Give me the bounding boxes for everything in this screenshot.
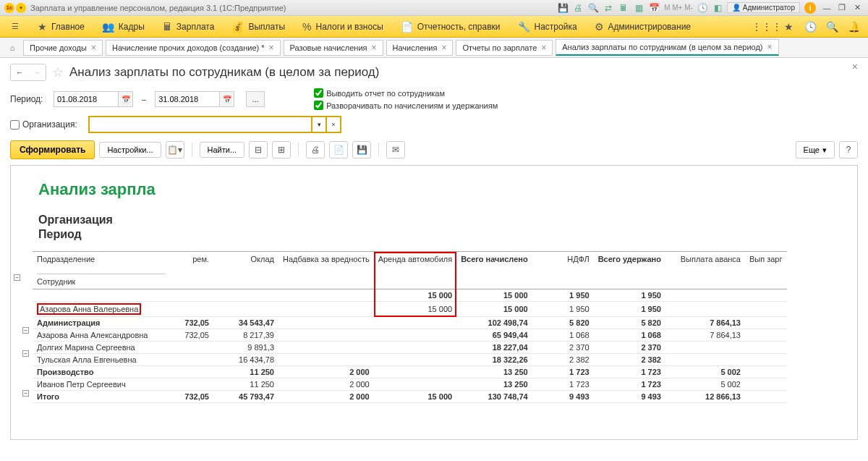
favorite-star-icon[interactable]: ☆ (52, 64, 64, 80)
minimize-button[interactable]: — (820, 3, 833, 13)
tab-accruals[interactable]: Начисления× (386, 40, 454, 56)
col-arenda: Аренда автомобиля (374, 252, 457, 289)
calc-icon[interactable]: 🖩 (617, 2, 630, 14)
table-row[interactable]: Производство11 2502 00013 2501 7231 7235… (33, 366, 787, 378)
org-clear-button[interactable]: × (327, 116, 341, 133)
menu-hr[interactable]: 👥Кадры (93, 18, 153, 35)
table-row[interactable]: Тульская Алла Евгеньевна16 434,7818 322,… (33, 354, 787, 366)
doc-icon: 📄 (401, 21, 413, 33)
close-icon[interactable]: × (767, 42, 773, 52)
menu-settings[interactable]: 🔧Настройка (509, 18, 586, 35)
search-icon[interactable]: 🔍 (823, 18, 841, 35)
tab-bar: ⌂ Прочие доходы× Начисление прочих доход… (0, 38, 868, 58)
history2-icon[interactable]: 🕓 (801, 18, 819, 35)
compare-icon[interactable]: ⇄ (602, 2, 615, 14)
close-icon[interactable]: × (269, 43, 274, 53)
variant-button[interactable]: 📋▾ (166, 141, 184, 158)
menu-main[interactable]: ★Главное (29, 18, 93, 35)
bell-icon[interactable]: 🔔 (845, 18, 862, 35)
save-button[interactable]: 💾 (352, 141, 371, 158)
chk-expand[interactable]: Разворачивать по начислениям и удержания… (314, 101, 498, 110)
tree-collapse-icon[interactable]: − (22, 390, 29, 397)
people-icon: 👥 (102, 21, 114, 33)
table-row[interactable]: Иванов Петр Сергеевич11 2502 00013 2501 … (33, 378, 787, 391)
app-menu-dropdown[interactable]: ▼ (16, 3, 26, 13)
menu-taxes[interactable]: %Налоги и взносы (294, 18, 392, 35)
wrench-icon: 🔧 (518, 21, 530, 33)
save-icon[interactable]: 💾 (556, 2, 569, 14)
user-badge[interactable]: 👤Администратор (727, 2, 800, 13)
date-to-input[interactable] (155, 91, 220, 107)
table-row[interactable]: Долгих Марина Сергеевна9 891,318 227,042… (33, 342, 787, 354)
calendar-icon[interactable]: 📅 (647, 2, 660, 14)
maximize-button[interactable]: ❐ (835, 3, 848, 13)
tree-collapse-icon[interactable]: − (22, 327, 29, 334)
tab-accrual-create[interactable]: Начисление прочих доходов (создание) *× (106, 40, 281, 56)
back-button[interactable]: ← (11, 64, 28, 80)
favorite-icon[interactable]: ★ (780, 18, 797, 35)
table-row[interactable]: Азарова Анна Александровна732,058 217,39… (33, 329, 787, 342)
col-avans: Выплата аванса (665, 252, 745, 289)
col-prem: рем. (170, 252, 213, 289)
tree-collapse-icon[interactable]: − (14, 274, 20, 281)
close-icon[interactable]: × (541, 43, 546, 53)
close-icon[interactable]: × (441, 43, 446, 53)
date-dash: – (142, 95, 146, 103)
table-row[interactable]: Администрация732,0534 543,47102 498,745 … (33, 317, 787, 329)
print-icon[interactable]: 🖨 (571, 2, 584, 14)
help-button[interactable]: ? (839, 141, 858, 158)
collapse-icon[interactable]: ⊟ (249, 141, 268, 158)
preview-icon[interactable]: 🔍 (587, 2, 600, 14)
home-tab-icon[interactable]: ⌂ (4, 41, 20, 55)
org-label[interactable]: Организация: (10, 119, 82, 130)
tab-onetime[interactable]: Разовые начисления× (284, 40, 383, 56)
table-icon[interactable]: ▦ (632, 2, 645, 14)
date-from-input[interactable] (54, 91, 119, 107)
apps-icon[interactable]: ⋮⋮⋮ (758, 18, 775, 35)
menu-reports[interactable]: 📄Отчетность, справки (392, 18, 509, 35)
date-to-picker-icon[interactable]: 📅 (220, 91, 234, 107)
col-ndfl: НДФЛ (532, 252, 594, 289)
report-org-label: Организация (38, 212, 848, 228)
close-icon[interactable]: × (91, 43, 96, 53)
toolbar: Сформировать Настройки... 📋▾ Найти... ⊟ … (10, 140, 858, 159)
col-oklad: Оклад (213, 252, 278, 289)
forward-button[interactable]: → (28, 64, 46, 80)
tab-salary-reports[interactable]: Отчеты по зарплате× (456, 40, 553, 56)
col-vypl: Вып зарг (745, 252, 787, 289)
preview-button[interactable]: 📄 (329, 141, 348, 158)
email-button[interactable]: ✉ (386, 141, 405, 158)
history-icon[interactable]: 🕓 (697, 2, 710, 14)
tab-salary-analysis[interactable]: Анализ зарплаты по сотрудникам (в целом … (556, 39, 778, 56)
close-content-button[interactable]: × (852, 61, 858, 72)
find-button[interactable]: Найти... (200, 142, 245, 158)
menu-payments[interactable]: 💰Выплаты (223, 18, 294, 35)
date-from-picker-icon[interactable]: 📅 (119, 91, 133, 107)
more-button[interactable]: Еще ▾ (796, 141, 835, 158)
report-title: Анализ зарпла (38, 180, 848, 199)
menu-salary[interactable]: 🖩Зарплата (153, 18, 224, 35)
period-select-button[interactable]: ... (246, 91, 265, 107)
zoom-label: M M+ M- (664, 4, 693, 12)
close-icon[interactable]: × (372, 43, 377, 53)
form-report-button[interactable]: Сформировать (10, 140, 95, 159)
expand-icon[interactable]: ⊞ (272, 141, 291, 158)
menu-admin[interactable]: ⚙Администрирование (586, 18, 699, 35)
info-icon[interactable]: i (804, 2, 816, 14)
table-row[interactable]: Азарова Анна Валерьевна15 00015 0001 950… (33, 302, 787, 317)
org-dropdown-button[interactable]: ▾ (312, 116, 327, 133)
report-frame[interactable]: − − − − Анализ зарпла Организация Период… (10, 165, 858, 440)
chk-by-employee[interactable]: Выводить отчет по сотрудникам (314, 88, 498, 98)
print-button[interactable]: 🖨 (306, 141, 325, 158)
close-window-button[interactable]: ✕ (851, 3, 864, 13)
settings-button[interactable]: Настройки... (99, 142, 161, 158)
page-title: Анализ зарплаты по сотрудникам (в целом … (69, 65, 379, 80)
org-input[interactable] (88, 116, 312, 133)
table-row[interactable]: 15 00015 0001 9501 950 (33, 289, 787, 302)
tree-collapse-icon[interactable]: − (22, 350, 29, 357)
panel-icon[interactable]: ◧ (712, 2, 725, 14)
table-row[interactable]: Итого732,0545 793,472 00015 000130 748,7… (33, 391, 787, 403)
tab-other-income[interactable]: Прочие доходы× (23, 40, 103, 56)
hamburger-icon[interactable]: ☰ (6, 17, 25, 36)
report-period-label: Период (38, 228, 848, 241)
